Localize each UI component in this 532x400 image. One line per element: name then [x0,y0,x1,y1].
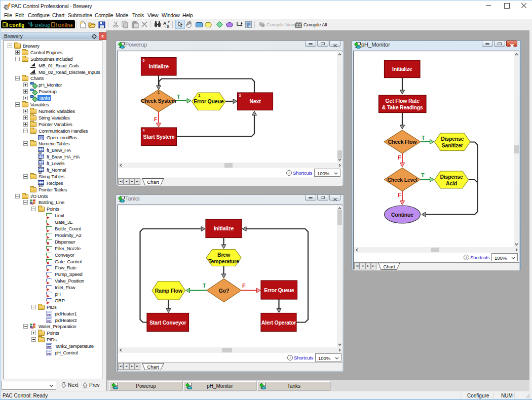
svg-text:1: 1 [158,91,160,94]
svg-text:Error Queue: Error Queue [264,287,294,293]
svg-text:& Take Readings: & Take Readings [382,104,423,110]
svg-text:T: T [203,283,206,289]
svg-text:A: A [163,21,167,26]
svg-text:Continue: Continue [391,212,413,218]
svg-text:Temperature: Temperature [208,258,239,264]
svg-text:Check Flow: Check Flow [388,139,417,145]
svg-text:T: T [422,135,425,141]
svg-text:Initialize: Initialize [214,225,234,231]
svg-text:2: 2 [199,94,201,97]
svg-text:Error Queue: Error Queue [194,98,223,104]
svg-text:Dispense: Dispense [440,174,463,180]
svg-text:Start Conveyor: Start Conveyor [149,319,186,326]
svg-text:F: F [398,154,401,161]
svg-text:Go?: Go? [219,288,229,294]
svg-text:A: A [247,25,249,28]
svg-text:F: F [242,283,246,289]
svg-text:Chart: Chart [384,264,396,269]
svg-text:Brew: Brew [217,252,231,258]
svg-text:T: T [177,94,180,100]
svg-text:F: F [398,192,401,198]
svg-text:Check Level: Check Level [387,177,417,183]
svg-text:Chart: Chart [147,364,160,370]
svg-text:F: F [154,116,158,122]
svg-text:Next: Next [250,98,261,104]
svg-text:Ramp Flow: Ramp Flow [155,288,183,294]
svg-text:Initialize: Initialize [392,66,412,72]
svg-text:3: 3 [239,94,241,97]
svg-text:Chart: Chart [147,179,160,185]
svg-text:Initialize: Initialize [149,63,169,69]
svg-text:Check System: Check System [141,98,176,104]
svg-text:0: 0 [143,59,145,62]
svg-text:Alert Operator: Alert Operator [261,319,296,326]
svg-text:B: B [167,24,169,28]
svg-text:4: 4 [143,129,145,132]
svg-text:Acid: Acid [446,180,457,186]
svg-text:T: T [421,172,425,178]
svg-text:Get Flow Rate: Get Flow Rate [386,98,420,104]
svg-text:Dispense: Dispense [441,136,464,142]
svg-text:Start System: Start System [143,134,175,140]
svg-text:Sanitizer: Sanitizer [442,142,463,148]
